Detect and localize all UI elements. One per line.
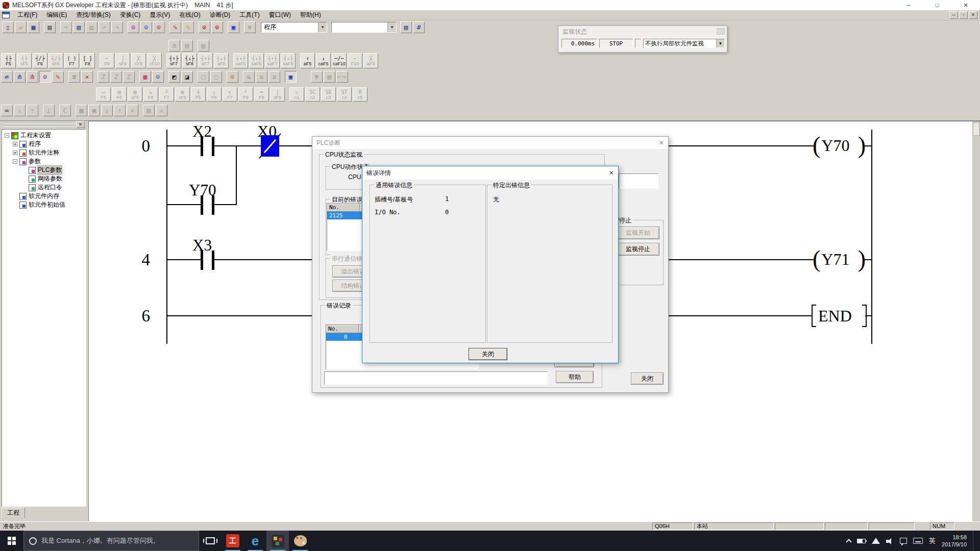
ladder-symbol-button[interactable]: ┤↓├ sF8 [182,53,197,68]
close-icon[interactable]: ✕ [76,121,85,128]
ladder-symbol-button[interactable]: ┤↓├ aF8 [214,53,229,68]
error-display-button[interactable]: error [336,71,348,83]
hand-button[interactable]: ✳ [156,105,167,116]
stamp-x-button[interactable]: ✕ [127,105,138,116]
table-row-selected[interactable]: 2125 [327,212,366,219]
copy-button[interactable]: ▤ [73,21,85,33]
find-device-button[interactable]: ⊙ [128,21,139,33]
grid-button[interactable]: ▦ [76,105,87,116]
action-center-icon[interactable] [900,538,907,544]
menu-item[interactable]: 工具(T) [235,10,264,20]
mdi-close-icon[interactable]: ✕ [969,11,977,19]
z-func1-button[interactable]: Z [97,71,109,83]
ladder-symbol-button[interactable]: ┤├ F5 [1,53,16,68]
menu-item[interactable]: 在线(O) [175,10,205,20]
print-button[interactable]: ▤ [44,21,56,33]
undo-button[interactable]: ↶ [99,21,110,33]
column-header[interactable]: No. [327,204,360,212]
menu-item[interactable]: 编辑(E) [42,10,71,20]
tree-expander[interactable]: + [13,151,17,155]
close-icon[interactable]: ✕ [659,139,664,146]
menu-item[interactable]: 变换(C) [115,10,145,20]
write-mode-button[interactable]: ✎ [169,21,181,33]
sfc-button[interactable]: ⊠ sF5 [175,87,190,102]
tree-item[interactable]: 远程口令 [2,183,86,192]
window-1-button[interactable]: ▢ [198,71,209,83]
find-prev-button[interactable]: ⇡ [27,105,38,116]
z-func2-button[interactable]: Z [110,71,122,83]
tree-expander[interactable]: - [13,159,17,164]
find-string-button[interactable]: ⊙ [153,21,165,33]
tree-item[interactable]: - 工程未设置 [2,131,86,140]
tab-project[interactable]: 工程 [2,508,25,518]
ladder-symbol-button[interactable]: ─ F9 [100,53,114,68]
column-header[interactable]: No. [326,325,359,333]
vertical-scrollbar[interactable] [972,121,980,521]
chevron-down-icon[interactable]: ▼ [387,22,396,32]
sort-1-button[interactable]: ⇅ [243,71,255,83]
help-button[interactable]: 帮助 [556,371,594,383]
monitor-stop-button[interactable]: 监视停止 [617,243,659,256]
sfc-button[interactable]: ↳ F8 [143,87,158,102]
sfc-button[interactable]: ▤ F6 [112,87,127,102]
option-button[interactable]: ⊛ [244,21,256,33]
taskbar-app-gx-developer[interactable] [266,531,289,551]
ladder-symbol-button[interactable]: ┤↑├ saF7 [265,53,280,68]
sfc-button[interactable]: ▭ F5 [96,87,111,102]
ladder-symbol-button[interactable]: ↓ caF5 [316,53,331,68]
find-magnify-button[interactable]: ⊙ [39,71,51,83]
dialog-title-bar[interactable]: 错误详情 ✕ [362,166,618,180]
tree-item[interactable]: - 参数 [2,157,86,166]
sfc-block-button[interactable]: ▥ [198,40,209,52]
ladder-symbol-button[interactable]: │ sF9 [115,53,130,68]
sfc-button[interactable]: SE c3 [321,87,336,102]
ime-indicator[interactable]: 英 [929,536,936,545]
close-icon[interactable] [717,28,725,35]
window-grid-button[interactable]: ▦ [139,71,151,83]
sfc-button[interactable]: ┼ F5 [191,87,206,102]
dock-grip[interactable] [2,122,74,127]
edit-magnify-button[interactable]: ✎ [52,71,64,83]
taskbar-clock[interactable]: 18:58 2017/9/10 [942,534,967,548]
table-row-selected[interactable]: 0 [326,333,365,341]
ladder-symbol-button[interactable]: ( ) F7 [64,53,79,68]
maximize-icon[interactable]: □ [923,0,951,10]
ladder-symbol-button[interactable]: ┤↑├ saF5 [233,53,248,68]
chevron-down-icon[interactable]: ▼ [318,22,327,32]
stamp-up-button[interactable]: ⇑ [114,105,126,116]
sort-2-button[interactable]: ⇅ [256,71,267,83]
find-replace-button[interactable]: ⊙ [140,21,152,33]
ladder-symbol-button[interactable]: # [413,21,425,33]
comment-tree-button[interactable]: ⋔ [27,71,38,83]
battery-icon[interactable] [857,539,866,543]
menu-item[interactable]: 查找/替换(S) [71,10,115,20]
tree-item[interactable]: PLC参数 [2,166,86,174]
local-device-monitor-combo[interactable]: 不执行局部软元件监视 ▼ [643,39,725,48]
delete-x-button[interactable]: ✕ [81,71,93,83]
menu-item[interactable]: 窗口(W) [264,10,296,20]
tree-item[interactable]: 网络参数 [2,174,86,183]
wifi-icon[interactable] [872,538,880,544]
find-next-button[interactable]: ⇣ [14,105,26,116]
paste-button[interactable]: ▥ [86,21,97,33]
sfc-button[interactable]: ═ F9 [254,87,269,102]
task-view-button[interactable] [199,531,222,551]
ladder-symbol-button[interactable]: ─/─ caF10 [332,53,347,68]
menu-item[interactable]: 工程(F) [13,10,42,20]
close-icon[interactable]: ✕ [609,169,614,177]
new-window-button[interactable]: ▤ [400,21,412,33]
redo-button[interactable]: ↷ [111,21,123,33]
project-tree-button[interactable]: ⋔ [14,71,26,83]
ladder-symbol-button[interactable]: ┤↓├ saF8 [281,53,296,68]
ladder-symbol-button[interactable]: ┤↑├ aF7 [198,53,213,68]
dialog-close-button[interactable]: 关闭 [469,348,507,360]
device-test-button[interactable]: ⊙ [199,21,210,33]
buffer-monitor-button[interactable]: ⊙ [211,21,223,33]
dialog-close-button[interactable]: 关闭 [631,372,664,385]
copy-window-button[interactable]: ▤ [324,71,335,83]
ladder-symbol-button[interactable]: ╳ cF10 [147,53,162,68]
sfc-button[interactable]: ┘ F8 [238,87,253,102]
sfc-button[interactable]: ▫ c1 [289,87,304,102]
menu-item[interactable]: 诊断(D) [205,10,235,20]
sfc-button[interactable]: ▤ sF6 [128,87,142,102]
